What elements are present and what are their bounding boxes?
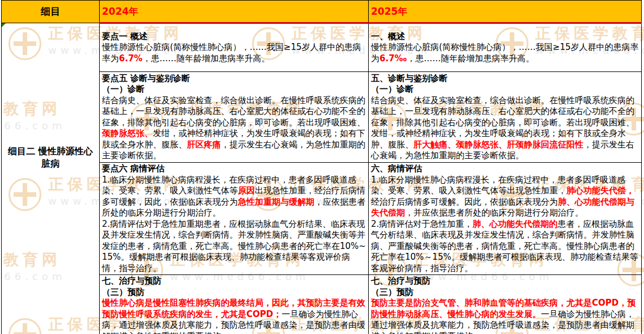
cell-2024-overview: 要点一 概述慢性肺源性心脏病(简称慢性肺心病），……我国≥15岁人群中的患病率为… xyxy=(100,23,369,72)
paragraph: （三）预防 xyxy=(371,287,639,298)
paragraph: 结合病史、体征及实验室检查，综合做出诊断。在慢性呼吸系统疾病的基础上，一旦发现有… xyxy=(102,95,366,162)
cell-2024-assessment: 要点六 病情评估1.临床分期慢性肺心病病程漫长，在疾病过程中，患者多因呼吸道感染… xyxy=(100,163,369,275)
paragraph: 要点一 概述 xyxy=(102,31,366,43)
paragraph: 预防主要是防治支气管、肺和肺血管等的基础疾病，尤其是COPD，预防慢性肺动脉高压… xyxy=(371,298,639,334)
cell-2024-diagnosis: 要点五 诊断与鉴别诊断（一）诊断结合病史、体征及实验室检查，综合做出诊断。在慢性… xyxy=(100,72,369,163)
paragraph: 五、诊断与鉴别诊断 xyxy=(371,73,639,84)
column-header-detail: 细目 xyxy=(2,1,100,23)
paragraph: （一）诊断 xyxy=(102,84,366,95)
paragraph: 2.病情评估对于急性加重期患者，应根据动脉血气分析结果、临床表现及并发症发生情况… xyxy=(102,219,366,274)
cell-2025-diagnosis: 五、诊断与鉴别诊断（一）诊断结合病史、体征及实验室检查，综合做出诊断。在慢性呼吸… xyxy=(369,72,642,163)
paragraph: 结合病史、体征及实验室检查，综合做出诊断。在慢性呼吸系统疾病的基础上，一旦发现有… xyxy=(371,95,639,162)
paragraph: 1.临床分期慢性肺心病病程漫长，在疾病过程中，患者多因呼吸道感染、受寒、劳累、吸… xyxy=(371,175,639,219)
cell-2024-prevention: 七、治疗与预防（三）预防慢性肺心病是慢性阻塞性肺疾病的最终结局，因此，其预防主要… xyxy=(100,275,369,334)
paragraph: 慢性肺源性心脏病(简称慢性肺心病），……我国≥15岁人群中的患病率为6.7%，患… xyxy=(102,42,366,64)
paragraph: （三）预防 xyxy=(102,287,366,298)
cell-2025-prevention: 七、治疗与预防（三）预防预防主要是防治支气管、肺和肺血管等的基础疾病，尤其是CO… xyxy=(369,275,642,334)
paragraph: 要点六 病情评估 xyxy=(102,163,366,175)
table-header-row: 细目 2024年 2025年 xyxy=(2,1,642,23)
paragraph: 六、病情评估 xyxy=(371,163,639,175)
paragraph: 一、概述 xyxy=(371,31,639,43)
comparison-table: 细目 2024年 2025年 细目二 慢性肺源性心脏病 要点一 概述慢性肺源性心… xyxy=(1,0,642,334)
paragraph: 七、治疗与预防 xyxy=(371,276,639,287)
paragraph: 要点五 诊断与鉴别诊断 xyxy=(102,73,366,84)
paragraph: 1.临床分期慢性肺心病病程漫长，在疾病过程中，患者多因呼吸道感染、受寒、劳累、吸… xyxy=(102,175,366,219)
column-header-2024: 2024年 xyxy=(100,1,369,23)
column-header-2025: 2025年 xyxy=(369,1,642,23)
paragraph: 慢性肺源性心脏病(简称慢性肺心病），……我国≥15岁人群中的患病率为6.7‰，患… xyxy=(371,42,639,64)
detail-title-cell: 细目二 慢性肺源性心脏病 xyxy=(2,23,100,334)
paragraph: 七、治疗与预防 xyxy=(102,276,366,287)
paragraph: 2.病情评估对于急性加重，肺、心功能失代偿期的患者，应根据动脉血气分析结果、临床… xyxy=(371,219,639,274)
cell-2025-overview: 一、概述慢性肺源性心脏病(简称慢性肺心病），……我国≥15岁人群中的患病率为6.… xyxy=(369,23,642,72)
table-row: 细目二 慢性肺源性心脏病 要点一 概述慢性肺源性心脏病(简称慢性肺心病），……我… xyxy=(2,23,642,72)
paragraph: 慢性肺心病是慢性阻塞性肺疾病的最终结局，因此，其预防主要是有效预防慢性呼吸系统疾… xyxy=(102,298,366,334)
cell-corner-flag-icon xyxy=(2,23,6,27)
cell-2025-assessment: 六、病情评估1.临床分期慢性肺心病病程漫长，在疾病过程中，患者多因呼吸道感染、受… xyxy=(369,163,642,275)
paragraph: （一）诊断 xyxy=(371,84,639,95)
detail-title: 细目二 慢性肺源性心脏病 xyxy=(8,146,93,169)
